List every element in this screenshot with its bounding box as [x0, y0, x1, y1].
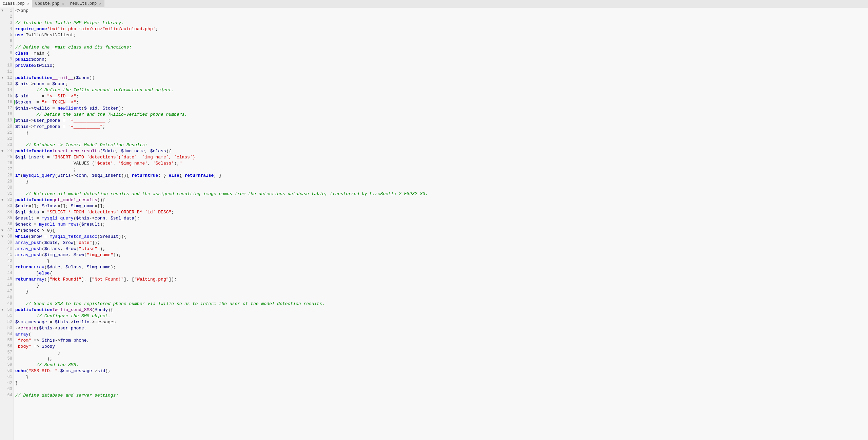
line-number: 62 [5, 381, 14, 385]
line-number: 17 [5, 106, 14, 111]
gutter-row: 47 [0, 288, 14, 294]
code-line: array_push($date, $row["date"]); [14, 240, 868, 246]
line-number: 52 [5, 320, 14, 324]
fold-icon [0, 44, 5, 50]
code-area[interactable]: <?php// Include the Twilio PHP Helper Li… [14, 7, 868, 440]
line-number: 53 [5, 326, 14, 330]
fold-icon [0, 392, 5, 398]
line-number: 32 [5, 197, 14, 202]
code-line: // Send the SMS. [14, 362, 868, 368]
gutter-row: 18 [0, 111, 14, 117]
fold-icon [0, 276, 5, 282]
gutter-row: ▼38 [0, 233, 14, 240]
line-number: 31 [5, 191, 14, 196]
fold-icon[interactable]: ▼ [0, 75, 5, 81]
line-number: 16 [5, 100, 14, 104]
code-line: return array(["Not Found!"], ["Not Found… [14, 276, 868, 282]
gutter-row: 41 [0, 252, 14, 258]
code-line: }else{ [14, 270, 868, 276]
line-number: 6 [5, 39, 14, 43]
code-line: require_once 'twilio-php-main/src/Twilio… [14, 26, 868, 32]
gutter-row: 61 [0, 374, 14, 380]
close-icon-update[interactable]: ✕ [62, 1, 64, 6]
fold-icon [0, 313, 5, 319]
fold-icon [0, 166, 5, 172]
gutter-row: 33 [0, 203, 14, 209]
fold-icon [0, 191, 5, 197]
fold-icon [0, 62, 5, 69]
line-number: 40 [5, 246, 14, 251]
code-line: public function get_model_results(){ [14, 197, 868, 203]
gutter-row: ▼37 [0, 227, 14, 233]
tab-results-php[interactable]: results.php ✕ [67, 0, 104, 7]
fold-icon [0, 337, 5, 343]
fold-icon [0, 356, 5, 362]
fold-icon [0, 221, 5, 227]
fold-icon [0, 154, 5, 160]
fold-icon [0, 270, 5, 276]
code-line: } [14, 130, 868, 136]
fold-icon[interactable]: ▼ [0, 197, 5, 203]
close-icon-results[interactable]: ✕ [99, 1, 101, 6]
code-line: // Define the user and the Twilio-verifi… [14, 111, 868, 117]
fold-icon [0, 69, 5, 75]
gutter-row: 14 [0, 87, 14, 93]
fold-icon [0, 209, 5, 215]
fold-icon [0, 386, 5, 392]
line-number: 27 [5, 167, 14, 172]
code-line: } [14, 374, 868, 380]
gutter-row: 10 [0, 62, 14, 69]
gutter-row: 5 [0, 32, 14, 38]
close-icon-class[interactable]: ✕ [27, 1, 29, 6]
editor-container: ▼1234567891011▼121314151617181920212223▼… [0, 7, 868, 440]
code-line: } [14, 282, 868, 288]
gutter-row: 55 [0, 337, 14, 343]
line-number: 20 [5, 124, 14, 129]
fold-icon [0, 343, 5, 349]
fold-icon[interactable]: ▼ [0, 227, 5, 233]
fold-icon [0, 319, 5, 325]
code-line: echo("SMS SID: ".$sms_message->sid); [14, 368, 868, 374]
tab-update-php[interactable]: update.php ✕ [32, 0, 67, 7]
line-number: 33 [5, 204, 14, 208]
line-number: 48 [5, 295, 14, 300]
line-number: 21 [5, 130, 14, 135]
fold-icon [0, 294, 5, 301]
line-number: 37 [5, 228, 14, 233]
code-line: // Database -> Insert Model Detection Re… [14, 142, 868, 148]
line-number: 60 [5, 368, 14, 373]
fold-icon[interactable]: ▼ [0, 233, 5, 240]
line-number: 56 [5, 344, 14, 349]
line-number: 54 [5, 332, 14, 337]
fold-icon[interactable]: ▼ [0, 307, 5, 313]
fold-icon [0, 301, 5, 307]
fold-icon [0, 38, 5, 44]
code-line: $sql_insert = "INSERT INTO `detections`(… [14, 154, 868, 160]
line-number: 43 [5, 265, 14, 269]
gutter-row: 27 [0, 166, 14, 172]
gutter-row: 60 [0, 368, 14, 374]
line-number: 9 [5, 57, 14, 62]
fold-icon [0, 252, 5, 258]
gutter-row: 8 [0, 50, 14, 56]
code-line: public $conn; [14, 56, 868, 62]
code-line: } [14, 288, 868, 294]
fold-icon [0, 32, 5, 38]
line-number: 10 [5, 63, 14, 68]
code-line: $this->twilio = new Client($_sid, $token… [14, 105, 868, 111]
gutter-row: 17 [0, 105, 14, 111]
line-number: 63 [5, 387, 14, 391]
tab-class-php[interactable]: class.php ✕ [0, 0, 32, 7]
gutter-row: 62 [0, 380, 14, 386]
code-line: ->create($this->user_phone, [14, 325, 868, 331]
line-number: 5 [5, 33, 14, 37]
gutter-row: 26 [0, 160, 14, 166]
fold-icon[interactable]: ▼ [0, 7, 5, 14]
gutter-row: 53 [0, 325, 14, 331]
fold-icon[interactable]: ▼ [0, 148, 5, 154]
line-number: 26 [5, 161, 14, 166]
code-line: $_sid = "<__SID__>"; [14, 93, 868, 99]
fold-icon [0, 374, 5, 380]
gutter-row: 25 [0, 154, 14, 160]
code-line: "body" => $body [14, 343, 868, 349]
